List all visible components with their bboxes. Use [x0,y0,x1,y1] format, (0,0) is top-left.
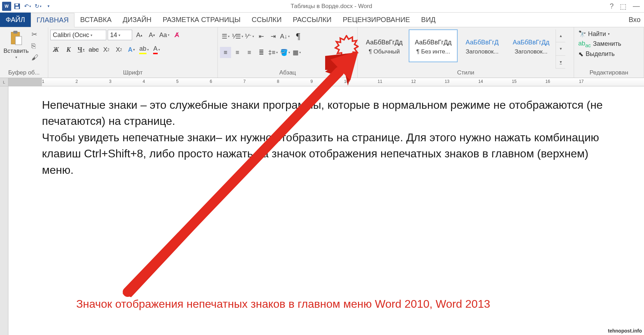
align-center-icon[interactable]: ≡ [232,47,243,58]
ruler-tick: 13 [445,79,449,84]
save-icon[interactable] [13,2,22,11]
ruler-tick: 4 [143,79,145,84]
paste-label[interactable]: Вставить [3,48,29,55]
strikethrough-button[interactable]: abc [88,44,99,55]
quick-access-toolbar: W ↶▾ ↻▾ ▾ [0,2,53,11]
group-styles: АаБбВвГгДд ¶ Обычный АаБбВвГгДд ¶ Без ин… [358,27,574,78]
ruler-corner[interactable]: L [0,78,8,86]
group-clipboard: Вставить ▾ ✂ ⎘ 🖌 Буфер об... [0,27,48,78]
shrink-font-icon[interactable]: A▾ [146,29,157,41]
bold-button[interactable]: Ж [50,44,62,55]
group-label-styles: Стили [360,69,572,77]
ruler-tick: 6 [210,79,212,84]
paste-dropdown-icon[interactable]: ▾ [15,55,17,59]
paragraph-1: Непечатные знаки – это служебные знаки п… [42,97,610,129]
qat-customize-icon[interactable]: ▾ [44,2,53,11]
tab-page-layout[interactable]: РАЗМЕТКА СТРАНИЦЫ [157,13,246,27]
group-label-font: Шрифт [50,69,215,77]
show-hide-pilcrow-button[interactable]: ¶ [291,29,305,43]
cut-icon[interactable]: ✂ [31,30,38,38]
format-painter-icon[interactable]: 🖌 [31,54,38,62]
numbering-icon[interactable]: ⅟☰ [232,31,243,42]
align-left-icon[interactable]: ≡ [220,47,231,58]
styles-scroll-up-icon[interactable]: ▴ [556,29,565,42]
ruler-tick: 7 [243,79,246,84]
text-effects-icon[interactable]: A [126,44,137,55]
bullets-icon[interactable]: ☰ [220,31,231,42]
tab-mailings[interactable]: РАССЫЛКИ [287,13,337,27]
grow-font-icon[interactable]: A▴ [134,29,145,41]
ruler-tick: 14 [478,79,483,84]
sort-icon[interactable]: A↓ [279,31,291,42]
style-heading1[interactable]: АаБбВвГгД Заголовок... [458,29,507,62]
decrease-indent-icon[interactable]: ⇤ [256,31,267,42]
sign-in[interactable]: Вхо [629,13,644,27]
group-label-clipboard: Буфер об... [2,69,46,77]
tab-review[interactable]: РЕЦЕНЗИРОВАНИЕ [337,13,415,27]
italic-button[interactable]: К [63,44,74,55]
title-bar: W ↶▾ ↻▾ ▾ Таблицы в Ворде.docx - Word ? … [0,0,644,13]
window-title: Таблицы в Ворде.docx - Word [53,3,610,10]
justify-icon[interactable]: ≣ [256,47,267,58]
horizontal-ruler[interactable]: 1234567891011121314151617 [8,78,644,86]
style-no-spacing[interactable]: АаБбВвГгДд ¶ Без инте... [409,29,458,62]
tab-home[interactable]: ГЛАВНАЯ [31,13,75,27]
ruler-tick: 3 [109,79,112,84]
style-normal[interactable]: АаБбВвГгДд ¶ Обычный [360,29,409,62]
select-button[interactable]: ⬉Выделить [578,50,621,58]
replace-icon: abac [578,40,591,48]
tab-references[interactable]: ССЫЛКИ [246,13,287,27]
minimize-icon[interactable]: — [633,2,640,10]
tab-design[interactable]: ДИЗАЙН [117,13,157,27]
replace-button[interactable]: abacЗаменить [578,40,621,48]
font-name-combo[interactable]: Calibri (Оснс▾ [50,30,106,40]
tab-file[interactable]: ФАЙЛ [0,13,31,27]
document-area: Непечатные знаки – это служебные знаки п… [0,86,644,335]
help-icon[interactable]: ? [610,2,614,10]
superscript-button[interactable]: X2 [113,44,124,55]
find-button[interactable]: 🔭Найти▾ [578,30,621,38]
undo-icon[interactable]: ↶▾ [23,2,32,11]
align-right-icon[interactable]: ≡ [244,47,255,58]
styles-scroll: ▴ ▾ ▾̲ [556,29,565,69]
ribbon: Вставить ▾ ✂ ⎘ 🖌 Буфер об... Calibri (Ос… [0,27,644,78]
ribbon-options-icon[interactable]: ⬚ [620,2,627,10]
styles-expand-icon[interactable]: ▾̲ [556,56,565,69]
ruler-tick: 11 [378,79,382,84]
redo-icon[interactable]: ↻▾ [34,2,43,11]
change-case-icon[interactable]: Aa [159,29,170,41]
highlight-icon[interactable]: ab [138,44,150,55]
document-text: Непечатные знаки – это служебные знаки п… [42,97,610,178]
borders-icon[interactable]: ▦ [291,47,302,58]
ruler-tick: 15 [512,79,516,84]
font-size-combo[interactable]: 14▾ [108,30,132,40]
tab-insert[interactable]: ВСТАВКА [74,13,117,27]
word-app-icon[interactable]: W [2,2,11,11]
paste-icon[interactable] [8,29,24,47]
shading-icon[interactable]: 🪣 [279,47,291,58]
group-editing: 🔭Найти▾ abacЗаменить ⬉Выделить Редактиро… [574,27,644,78]
svg-rect-4 [13,31,17,34]
subscript-button[interactable]: X2 [101,44,112,55]
underline-button[interactable]: Ч [76,44,87,55]
line-spacing-icon[interactable]: ‡≡ [267,47,279,58]
multilevel-list-icon[interactable]: ⅟⁻ [244,31,255,42]
increase-indent-icon[interactable]: ⇥ [267,31,279,42]
watermark: tehnopost.info [608,328,642,334]
vertical-ruler[interactable] [0,86,8,335]
styles-scroll-down-icon[interactable]: ▾ [556,42,565,55]
style-heading2[interactable]: АаБбВвГгДд Заголовок... [507,29,556,62]
clear-formatting-icon[interactable]: A̸ [171,29,183,41]
svg-rect-2 [15,7,19,9]
ruler-tick: 10 [344,79,349,84]
document-page[interactable]: Непечатные знаки – это служебные знаки п… [8,86,644,335]
font-color-icon[interactable]: A [151,44,162,55]
ruler-tick: 8 [277,79,279,84]
copy-icon[interactable]: ⎘ [31,42,38,50]
tab-view[interactable]: ВИД [416,13,441,27]
ruler-tick: 5 [176,79,179,84]
group-paragraph: ☰ ⅟☰ ⅟⁻ ⇤ ⇥ A↓ ¶ ≡ ≡ ≡ ≣ ‡≡ 🪣 ▦ [218,27,358,78]
group-label-editing: Редактирован [576,69,642,77]
ruler-tick: 12 [411,79,416,84]
group-font: Calibri (Оснс▾ 14▾ A▴ A▾ Aa A̸ Ж К Ч abc… [48,27,218,78]
